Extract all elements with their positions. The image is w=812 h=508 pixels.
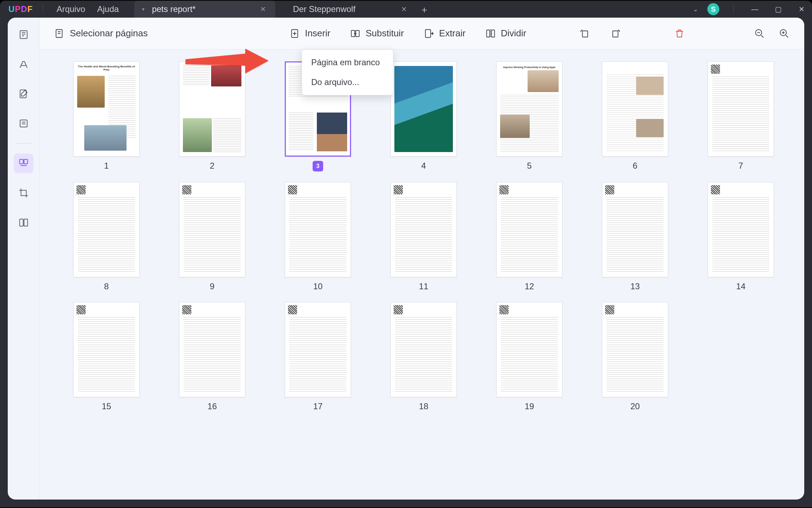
page-number: 9 (210, 282, 214, 291)
tab-close-icon[interactable]: ✕ (260, 5, 266, 13)
page-number: 19 (525, 401, 534, 411)
page-cell[interactable]: 13 (602, 182, 668, 291)
menu-file[interactable]: Arquivo (53, 4, 88, 14)
page-number: 2 (210, 161, 214, 171)
page-number: 14 (736, 282, 746, 291)
sidebar-compare-icon[interactable] (14, 213, 33, 232)
insert-button[interactable]: Inserir (289, 28, 330, 39)
page-thumbnail[interactable] (390, 182, 457, 277)
page-thumbnail[interactable] (496, 302, 562, 397)
page-cell[interactable]: 11 (390, 182, 457, 291)
page-thumbnail[interactable] (496, 182, 562, 277)
select-pages-button[interactable]: Selecionar páginas (54, 28, 148, 39)
sidebar-form-icon[interactable] (14, 114, 33, 133)
page-cell[interactable]: 20 (602, 302, 668, 411)
page-cell[interactable]: 2 (179, 61, 245, 171)
page-cell[interactable]: 15 (73, 302, 140, 411)
page-thumbnail[interactable] (602, 302, 668, 397)
page-thumbnail[interactable]: Improve Working Productivity in Using Ap… (496, 61, 562, 157)
page-thumbnail[interactable] (602, 61, 668, 157)
page-cell[interactable]: 12 (496, 182, 562, 291)
page-cell[interactable]: 8 (73, 182, 140, 291)
page-thumbnail[interactable] (708, 61, 774, 157)
page-number: 1 (104, 161, 109, 171)
page-cell[interactable]: 17 (285, 302, 351, 411)
page-thumbnail[interactable] (179, 61, 245, 157)
menu-help[interactable]: Ajuda (94, 4, 122, 14)
new-tab-button[interactable]: ＋ (416, 1, 432, 18)
page-thumbnail[interactable] (390, 302, 457, 397)
document-tabs: ▾ pets report* ✕ Der Steppenwolf ✕ ＋ (134, 1, 688, 18)
tab-title: pets report* (152, 4, 196, 14)
window-close-icon[interactable]: ✕ (794, 2, 808, 16)
page-cell[interactable]: The Health and Mood-Boosting Benefits of… (73, 61, 140, 171)
tab-close-icon[interactable]: ✕ (401, 5, 407, 13)
page-cell[interactable]: 10 (285, 182, 351, 291)
page-cell[interactable]: 6 (602, 61, 668, 171)
titlebar: UPDF Arquivo Ajuda ▾ pets report* ✕ Der … (0, 1, 812, 18)
separator (733, 4, 734, 14)
select-pages-label: Selecionar páginas (70, 28, 148, 39)
page-number: 4 (421, 161, 426, 171)
delete-button[interactable] (674, 28, 685, 39)
page-thumbnail[interactable] (390, 61, 457, 157)
extract-button[interactable]: Extrair (424, 28, 466, 39)
svg-rect-13 (491, 30, 494, 37)
page-cell[interactable]: 19 (496, 302, 562, 411)
page-thumbnail[interactable] (285, 302, 351, 397)
sidebar-reader-icon[interactable] (14, 25, 33, 44)
page-cell[interactable]: 18 (390, 302, 457, 411)
app-logo: UPDF (8, 4, 33, 14)
insert-dropdown: Página em branco Do arquivo... (302, 49, 393, 95)
sidebar-organize-icon[interactable] (14, 153, 33, 173)
page-thumbnail[interactable] (179, 182, 245, 277)
insert-blank-page[interactable]: Página em branco (302, 53, 393, 72)
page-cell[interactable]: 16 (179, 302, 245, 411)
zoom-in-button[interactable] (779, 28, 789, 39)
rotate-left-button[interactable] (580, 28, 590, 39)
split-button[interactable]: Dividir (485, 28, 526, 39)
page-cell[interactable]: Improve Working Productivity in Using Ap… (496, 61, 562, 171)
window-maximize-icon[interactable]: ▢ (771, 2, 785, 16)
page-thumbnail[interactable] (73, 302, 140, 397)
sidebar-crop-icon[interactable] (14, 183, 33, 203)
sidebar-separator (16, 143, 31, 144)
page-thumbnail[interactable] (73, 182, 140, 277)
tab-pets-report[interactable]: ▾ pets report* ✕ (134, 1, 275, 18)
page-thumbnail[interactable] (179, 302, 245, 397)
page-number: 11 (419, 282, 429, 291)
page-number: 6 (633, 161, 637, 171)
tab-steppenwolf[interactable]: Der Steppenwolf ✕ (275, 1, 416, 18)
chevron-down-icon[interactable]: ⌄ (693, 5, 698, 13)
sidebar-annotate-icon[interactable] (14, 54, 33, 74)
extract-label: Extrair (439, 28, 466, 39)
page-number: 10 (313, 282, 323, 291)
page-grid: The Health and Mood-Boosting Benefits of… (39, 49, 804, 500)
page-thumbnail[interactable]: The Health and Mood-Boosting Benefits of… (73, 61, 140, 157)
insert-from-file[interactable]: Do arquivo... (302, 72, 393, 92)
page-number: 3 (313, 161, 323, 171)
page-thumbnail[interactable] (708, 182, 774, 277)
page-cell[interactable]: 9 (179, 182, 245, 291)
replace-button[interactable]: Substituir (350, 28, 404, 39)
svg-rect-14 (583, 31, 588, 37)
page-number: 12 (525, 282, 534, 291)
zoom-out-button[interactable] (754, 28, 765, 39)
page-cell[interactable]: 7 (708, 61, 774, 171)
page-thumbnail[interactable] (602, 182, 668, 277)
svg-rect-6 (24, 219, 27, 226)
sidebar-edit-icon[interactable] (14, 84, 33, 104)
page-cell[interactable]: 14 (708, 182, 774, 291)
page-number: 5 (527, 161, 531, 171)
tab-title: Der Steppenwolf (293, 4, 355, 14)
rotate-right-button[interactable] (610, 28, 621, 39)
replace-label: Substituir (365, 28, 404, 39)
profile-avatar[interactable]: S (707, 3, 719, 15)
page-number: 13 (630, 282, 640, 291)
page-cell[interactable]: 4 (390, 61, 457, 171)
page-thumbnail[interactable] (285, 182, 351, 277)
svg-rect-12 (487, 30, 490, 37)
window-minimize-icon[interactable]: ― (748, 2, 762, 16)
svg-rect-0 (20, 31, 27, 39)
page-number: 16 (208, 401, 217, 411)
